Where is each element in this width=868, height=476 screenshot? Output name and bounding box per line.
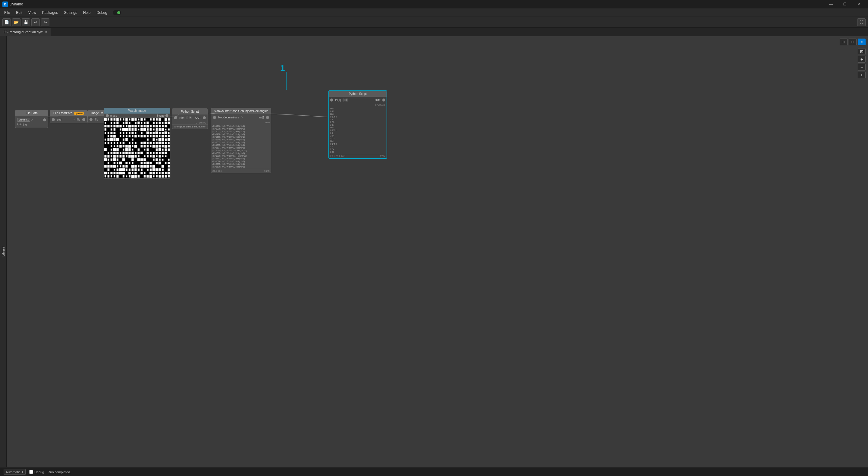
file-path-out-port xyxy=(43,118,46,121)
blob-out-port xyxy=(266,116,269,119)
python2-footer-left: 26.1 26.2 26.1 xyxy=(330,155,346,158)
browse-arrow: > xyxy=(31,118,33,121)
menu-view[interactable]: View xyxy=(25,9,39,16)
blob-footer-left: 26.2 20.1 xyxy=(212,169,222,172)
status-dot-green xyxy=(117,11,120,14)
python1-footer: CPython3 xyxy=(172,121,208,124)
titlebar: D Dynamo — ❐ ✕ xyxy=(0,0,868,8)
debug-checkbox[interactable] xyxy=(29,470,33,474)
menu-help[interactable]: Help xyxy=(80,9,94,16)
blob-footer-right: 5145 xyxy=(264,169,270,172)
python-script-1-node: Python Script IN[0] - + OUT CPython3 AFo… xyxy=(172,108,208,129)
blob-counter-header: BlobCounterBase.GetObjectsRectangles xyxy=(211,108,271,114)
blob-in-port xyxy=(213,116,216,119)
blob-counter-node: BlobCounterBase.GetObjectsRectangles blo… xyxy=(211,108,271,173)
statusbar: Automatic ▾ Debug Run completed. xyxy=(0,468,868,476)
watch-image-in-label: image xyxy=(110,114,117,117)
readfromfile-in-port xyxy=(90,118,92,121)
view-grid-button[interactable]: ⊞ xyxy=(840,38,847,45)
python1-minus-btn[interactable]: - xyxy=(186,116,188,119)
blob-arrow: > xyxy=(241,116,243,119)
python1-plus-btn[interactable]: + xyxy=(189,116,192,119)
python2-output-footer: 26.1 26.2 26.1 1764 xyxy=(329,154,386,158)
watch-image-header: Watch Image xyxy=(104,108,170,114)
blob-line-6: {X=1653, Y=0, Width=1, Height=1} xyxy=(212,141,270,144)
blob-output-footer: 26.2 20.1 5145 xyxy=(211,169,271,173)
window-controls: — ❐ ✕ xyxy=(824,0,866,8)
blob-line-2: {X=1057, Y=0, Width=1, Height=1} xyxy=(212,130,270,133)
redo-button[interactable]: ↪ xyxy=(41,19,50,26)
blob-line-15: {X=1600, Y=3, Width=1, Height=1} xyxy=(212,165,270,168)
fullscreen-button[interactable]: ⛶ xyxy=(857,19,866,26)
readfromfile-in-label: file xyxy=(93,118,99,121)
number-line xyxy=(0,36,868,467)
python1-in-label: IN[0] xyxy=(178,116,186,119)
tabbar: 02-RectangleCreation.dyn* × xyxy=(0,28,868,36)
menu-edit[interactable]: Edit xyxy=(13,9,25,16)
blob-line-14: {X=3555, Y=3, Width=1, Height=1} xyxy=(212,163,270,165)
frompath-out-port xyxy=(82,118,85,121)
run-mode-arrow: ▾ xyxy=(22,470,24,474)
active-tab[interactable]: 02-RectangleCreation.dyn* × xyxy=(0,28,51,36)
browse-button[interactable]: Browse... xyxy=(17,118,30,122)
blob-line-1: {X=1009, Y=0, Width=1, Height=3} xyxy=(212,127,270,130)
file-path-node: File Path Browse... > \grid.jpg xyxy=(15,110,48,128)
python2-minus-btn[interactable]: - xyxy=(343,98,345,101)
run-mode-dropdown[interactable]: Automatic ▾ xyxy=(4,469,26,475)
connection-wires xyxy=(0,36,868,467)
watch-image-port-row: image image xyxy=(104,114,170,118)
close-button[interactable]: ✕ xyxy=(852,0,866,8)
menu-debug[interactable]: Debug xyxy=(94,9,110,16)
minimize-button[interactable]: — xyxy=(824,0,838,8)
zoom-in-button[interactable]: + xyxy=(858,56,866,63)
menu-file[interactable]: File xyxy=(1,9,13,16)
maximize-button[interactable]: ❐ xyxy=(838,0,852,8)
updated-badge: Updated xyxy=(74,112,84,115)
tab-close-button[interactable]: × xyxy=(45,30,47,34)
blob-line-13: {X=1580, Y=3, Width=3, Height=2} xyxy=(212,160,270,163)
menu-settings[interactable]: Settings xyxy=(61,9,80,16)
python-script-1-header: Python Script xyxy=(172,109,208,115)
view-list-button[interactable]: ≡ xyxy=(858,38,866,45)
blob-line-8: {X=1607, Y=0, Width=1, Height=1} xyxy=(212,147,270,149)
watch-image-footer xyxy=(104,178,170,179)
watch-image-in-port xyxy=(106,114,109,117)
python-script-2-node: Python Script IN[0] - + OUT CPython3 Lis… xyxy=(329,90,387,159)
frompath-out-label: file xyxy=(75,118,81,121)
blob-line-4: {X=1558, Y=0, Width=1, Height=1} xyxy=(212,135,270,138)
debug-label: Debug xyxy=(34,470,44,474)
undo-button[interactable]: ↩ xyxy=(31,19,40,26)
python-script-2-header: Python Script xyxy=(329,91,386,97)
watch-image-node: Watch Image image image xyxy=(104,108,170,179)
python2-output-list: List 0 71 List 0 1764 1 1 2 38 3 67 List… xyxy=(329,107,386,154)
file-frompath-node: File.FromPath Updated path > file xyxy=(50,110,87,123)
python1-out-port xyxy=(203,116,206,119)
blob-line-10: {X=1085, Y=0, Width=1, Height=1} xyxy=(212,152,270,155)
blob-line-12: {X=1362, Y=3, Width=1, Height=1} xyxy=(212,157,270,160)
watch-image-canvas xyxy=(104,118,170,178)
debug-checkbox-label[interactable]: Debug xyxy=(29,470,44,474)
number-marker: 1 xyxy=(280,63,285,73)
blob-line-7: {X=1655, Y=0, Width=1, Height=1} xyxy=(212,144,270,147)
run-mode-label: Automatic xyxy=(6,470,21,474)
python2-out-label: OUT xyxy=(374,98,382,101)
open-file-button[interactable]: 📂 xyxy=(12,19,21,26)
new-file-button[interactable]: 📄 xyxy=(2,19,11,26)
python2-footer-right: 1764 xyxy=(380,155,385,158)
menu-packages[interactable]: Packages xyxy=(39,9,61,16)
fit-zoom-button[interactable]: ⊡ xyxy=(858,48,866,55)
view-fit-button[interactable]: □ xyxy=(849,38,857,45)
python1-out-label: OUT xyxy=(194,116,202,119)
save-file-button[interactable]: 💾 xyxy=(22,19,30,26)
zoom-plus-button[interactable]: + xyxy=(858,72,866,78)
zoom-out-button[interactable]: − xyxy=(858,64,866,70)
file-path-value: \grid.jpg xyxy=(17,122,46,127)
python2-in-port xyxy=(330,98,333,101)
blob-line-3: {X=1460, Y=0, Width=1, Height=1} xyxy=(212,133,270,135)
library-sidebar[interactable]: Library xyxy=(0,36,7,467)
blob-out-label: var[] xyxy=(257,116,265,119)
run-status-indicator xyxy=(113,10,121,15)
zoom-controls: ⊡ + − + xyxy=(858,48,866,78)
view-controls: ⊞ □ ≡ xyxy=(840,38,866,45)
python2-plus-btn[interactable]: + xyxy=(345,98,348,101)
